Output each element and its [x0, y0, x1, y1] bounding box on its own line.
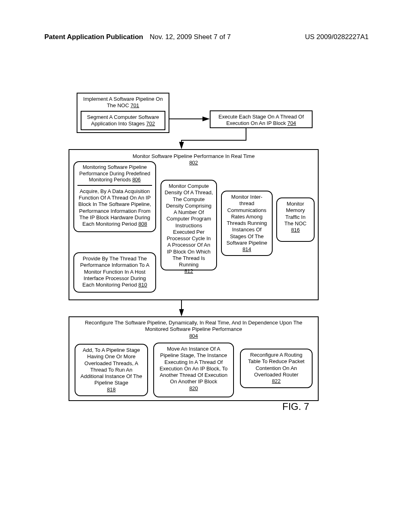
header-left: Patent Application Publication: [44, 33, 143, 41]
box-add-thread-818: Add, To A Pipeline Stage Having One Or M…: [75, 344, 148, 396]
header-center: Nov. 12, 2009 Sheet 7 of 7: [150, 33, 231, 41]
box-provide-info-810: Provide By The Thread The Performance In…: [73, 252, 156, 293]
page-header: Patent Application Publication Nov. 12, …: [44, 33, 369, 41]
box-701-title: Implement A Software Pipeline On The NOC…: [81, 96, 165, 109]
box-implement-pipeline-701: Implement A Software Pipeline On The NOC…: [77, 93, 169, 133]
box-806-head: Monitoring Software Pipeline Performance…: [77, 164, 152, 183]
box-move-instance-820: Move An Instance Of A Pipeline Stage, Th…: [153, 343, 234, 397]
box-monitoring-periods-806: Monitoring Software Pipeline Performance…: [73, 161, 156, 232]
box-monitor-memory-816: Monitor Memory Traffic In The NOC 816: [276, 197, 315, 242]
box-monitor-compute-812: Monitor Compute Density Of A Thread, The…: [161, 180, 217, 270]
header-right: US 2009/0282227A1: [305, 33, 369, 41]
box-reconfigure-routing-822: Reconfigure A Routing Table To Reduce Pa…: [240, 349, 313, 388]
box-monitor-interthread-814: Monitor Inter-thread Communications Rate…: [221, 191, 273, 256]
box-acquire-info-808: Acquire, By A Data Acquisition Function …: [77, 185, 152, 228]
figure-label: FIG. 7: [282, 401, 309, 412]
box-execute-stage-704: Execute Each Stage On A Thread Of Execut…: [210, 110, 313, 128]
box-segment-stages-702: Segment A Computer Software Application …: [81, 111, 165, 131]
box-804-title: Reconfigure The Software Pipeline, Dynam…: [73, 320, 315, 339]
